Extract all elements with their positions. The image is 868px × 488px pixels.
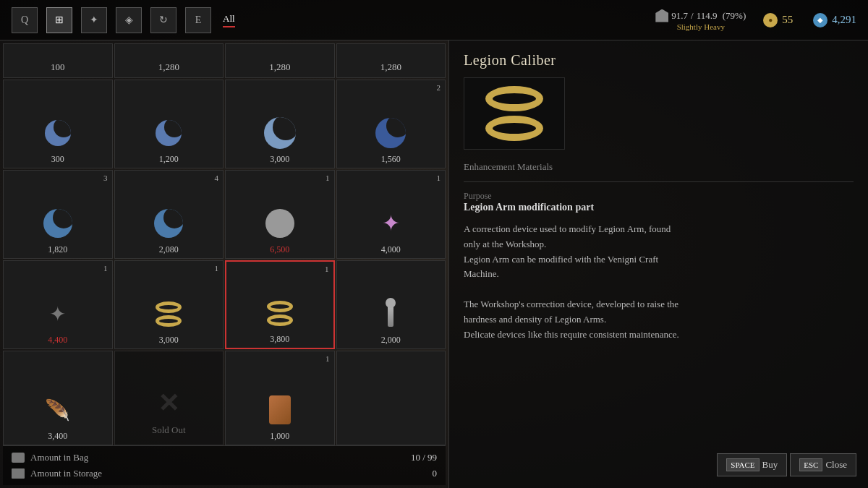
weight-label: Slightly Heavy — [677, 22, 725, 31]
weight-stat: 91.7 / 114.9 (79%) Slightly Heavy — [655, 9, 746, 31]
cell-0-3[interactable]: 1,280 — [336, 43, 446, 78]
moon-lg-icon — [264, 117, 296, 149]
ring-selected-icon-2 — [267, 314, 293, 326]
e-nav-button[interactable]: E — [185, 7, 211, 33]
item-category: Enhancement Materials — [464, 161, 854, 173]
weight-max: 114.9 — [697, 10, 718, 22]
weight-current: 91.7 — [671, 10, 688, 22]
price-1-0: 300 — [51, 154, 64, 165]
cell-3-3[interactable]: 2,000 — [336, 260, 446, 350]
item-icon-4-0: 🪶 — [40, 392, 76, 428]
price-4-2: 1,000 — [270, 431, 289, 442]
storage-row: Amount in Storage 0 — [12, 468, 437, 479]
main-content: 100 1,280 1,280 1,280 — [0, 40, 868, 488]
item-icon-1-0 — [40, 115, 76, 151]
price-1-2: 3,000 — [270, 154, 289, 165]
item-icon-2-2 — [262, 205, 298, 241]
sold-out-label: Sold Out — [152, 424, 186, 436]
shield-label: ◈ — [125, 14, 133, 26]
ui-root: Q ⊞ ✦ ◈ ↻ E All 91.7 / 114.9 — [0, 0, 868, 488]
price-0-3: 1,280 — [380, 61, 401, 73]
ring-icon — [156, 301, 182, 313]
count-2-3: 1 — [437, 174, 441, 182]
detail-title: Legion Caliber — [464, 52, 854, 69]
count-2-0: 3 — [103, 174, 108, 182]
cell-4-0[interactable]: 🪶 3,400 — [3, 351, 113, 445]
weight-icon — [655, 9, 668, 22]
cell-2-3[interactable]: 1 ✦ 4,000 — [336, 170, 446, 259]
price-3-2: 3,800 — [270, 334, 289, 345]
item-icon-4-1: ✕ — [150, 385, 187, 421]
buy-button[interactable]: SPACE Buy — [717, 453, 787, 476]
sword-label: ✦ — [90, 14, 98, 26]
close-button[interactable]: ESC Close — [790, 453, 856, 476]
count-2-2: 1 — [326, 174, 330, 182]
cell-2-1[interactable]: 4 2,080 — [114, 170, 224, 259]
left-panel: 100 1,280 1,280 1,280 — [0, 40, 448, 488]
cycle-label: ↻ — [159, 14, 168, 26]
cell-1-3[interactable]: 2 1,560 — [336, 80, 446, 168]
cell-3-1[interactable]: 1 3,000 — [114, 260, 224, 350]
cell-1-1[interactable]: 1,200 — [114, 80, 224, 168]
cell-0-2[interactable]: 1,280 — [225, 43, 335, 78]
price-3-1: 3,000 — [159, 335, 179, 346]
buy-label: Buy — [762, 459, 778, 471]
count-1-3: 2 — [437, 83, 441, 92]
q-nav-button[interactable]: Q — [12, 7, 38, 33]
purpose-label: Purpose — [464, 191, 854, 202]
cell-4-2[interactable]: 1 1,000 — [225, 351, 335, 445]
star-gray-icon: ✦ — [43, 299, 72, 328]
moon-icon — [156, 120, 182, 146]
item-icon-3-3 — [373, 296, 409, 332]
price-1-3: 1,560 — [381, 154, 401, 165]
price-0-1: 1,280 — [158, 61, 179, 73]
bag-label: Amount in Bag — [30, 452, 88, 463]
price-3-0: 4,400 — [48, 335, 67, 346]
top-bar: Q ⊞ ✦ ◈ ↻ E All 91.7 / 114.9 — [0, 0, 868, 40]
bottom-buttons: SPACE Buy ESC Close — [717, 453, 856, 476]
cell-2-0[interactable]: 3 1,820 — [3, 170, 113, 259]
storage-label-group: Amount in Storage — [12, 468, 102, 479]
right-panel: Legion Caliber Enhancement Materials Pur… — [448, 40, 868, 488]
cell-0-0[interactable]: 100 — [3, 43, 113, 78]
cell-2-2[interactable]: 1 6,500 — [225, 170, 335, 259]
q-label: Q — [21, 14, 28, 26]
cell-3-2[interactable]: 1 3,800 — [225, 260, 335, 350]
cell-3-0[interactable]: 1 ✦ 4,400 — [3, 260, 113, 350]
tab-all[interactable]: All — [223, 13, 235, 27]
cycle-nav-button[interactable]: ↻ — [150, 7, 176, 33]
close-key: ESC — [799, 458, 822, 471]
cell-0-1[interactable]: 1,280 — [114, 43, 224, 78]
price-2-3: 4,000 — [381, 244, 401, 255]
price-3-3: 2,000 — [381, 335, 401, 346]
item-description: A correction device used to modify Legio… — [464, 222, 854, 342]
cell-1-0[interactable]: 300 — [3, 80, 113, 168]
count-3-0: 1 — [103, 264, 108, 273]
tab-underline — [223, 26, 235, 27]
blue-icon: ◆ — [813, 13, 827, 27]
detail-ring-icon-2 — [485, 116, 543, 141]
item-icon-1-1 — [150, 115, 187, 151]
ring-selected-icon — [267, 301, 293, 312]
weight-separator: / — [691, 10, 694, 22]
storage-icon — [12, 468, 25, 479]
shield-nav-button[interactable]: ◈ — [116, 7, 142, 33]
cell-4-3[interactable] — [336, 351, 446, 445]
cell-4-1[interactable]: ✕ Sold Out — [114, 351, 224, 445]
e-label: E — [195, 14, 202, 26]
count-4-2: 1 — [326, 354, 330, 363]
sword-nav-button[interactable]: ✦ — [81, 7, 107, 33]
grid-nav-button[interactable]: ⊞ — [46, 7, 72, 33]
row-0: 100 1,280 1,280 1,280 — [3, 43, 446, 78]
bag-value: 10 / 99 — [411, 452, 437, 463]
item-icon-4-2 — [262, 392, 298, 428]
gold-stat: ● 55 — [763, 13, 793, 27]
star-icon: ✦ — [376, 209, 405, 238]
blue-amount: 4,291 — [832, 14, 856, 26]
storage-label: Amount in Storage — [30, 468, 102, 479]
price-4-0: 3,400 — [48, 431, 67, 442]
cell-1-2[interactable]: 3,000 — [225, 80, 335, 168]
gold-amount: 55 — [782, 14, 793, 26]
close-label: Close — [825, 459, 847, 471]
price-2-2: 6,500 — [270, 244, 289, 255]
